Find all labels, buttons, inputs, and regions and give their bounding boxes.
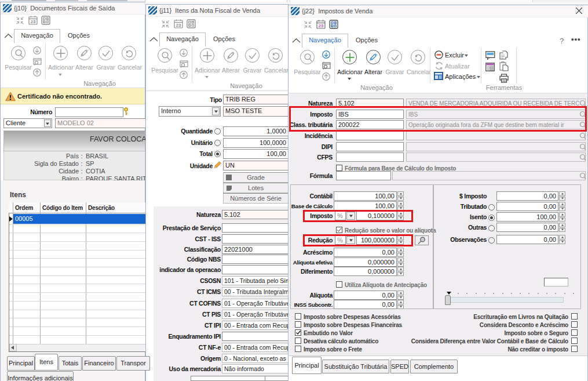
svg-text:23: 23 [319,23,324,28]
svg-text:23: 23 [176,23,181,28]
svg-text:23: 23 [31,19,36,24]
